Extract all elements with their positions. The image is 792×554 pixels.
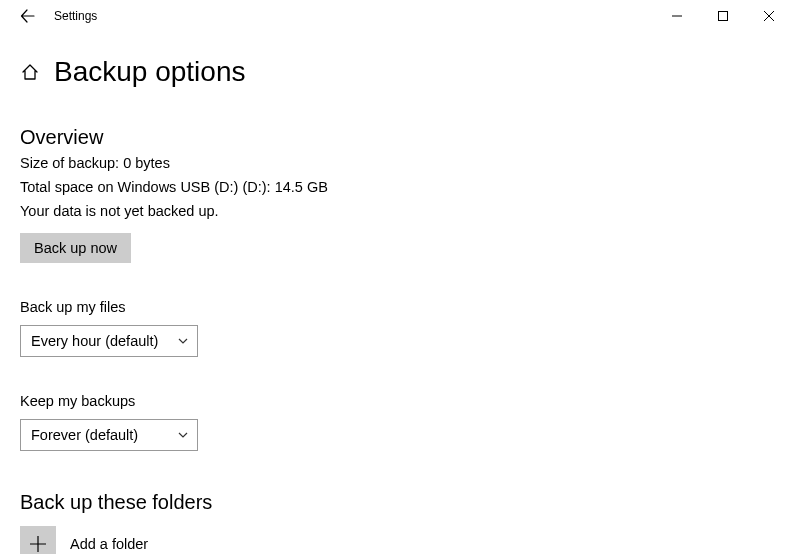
minimize-button[interactable] [654,0,700,32]
plus-icon-box [20,526,56,554]
back-button[interactable] [8,0,48,32]
backup-folders-section: Back up these folders Add a folder [20,491,768,554]
chevron-down-icon [177,429,189,441]
app-title: Settings [54,9,97,23]
total-space-text: Total space on Windows USB (D:) (D:): 14… [20,179,768,195]
backup-retention-select[interactable]: Forever (default) [20,419,198,451]
plus-icon [29,535,47,553]
overview-heading: Overview [20,126,768,149]
home-icon [21,63,39,81]
folders-heading: Back up these folders [20,491,768,514]
close-button[interactable] [746,0,792,32]
backup-frequency-value: Every hour (default) [31,333,158,349]
chevron-down-icon [177,335,189,347]
backup-status-text: Your data is not yet backed up. [20,203,768,219]
backup-retention-group: Keep my backups Forever (default) [20,393,768,451]
minimize-icon [672,11,682,21]
svg-rect-0 [719,12,728,21]
close-icon [764,11,774,21]
home-button[interactable] [20,62,40,82]
titlebar: Settings [0,0,792,32]
backup-frequency-select[interactable]: Every hour (default) [20,325,198,357]
add-folder-button[interactable]: Add a folder [20,526,768,554]
page-header: Backup options [20,56,768,88]
backup-now-button[interactable]: Back up now [20,233,131,263]
backup-retention-value: Forever (default) [31,427,138,443]
backup-frequency-group: Back up my files Every hour (default) [20,299,768,357]
page-title: Backup options [54,56,245,88]
content-area: Backup options Overview Size of backup: … [0,32,792,554]
add-folder-label: Add a folder [70,536,148,552]
back-arrow-icon [20,8,36,24]
backup-size-text: Size of backup: 0 bytes [20,155,768,171]
backup-frequency-label: Back up my files [20,299,768,315]
maximize-icon [718,11,728,21]
window-controls [654,0,792,32]
backup-retention-label: Keep my backups [20,393,768,409]
maximize-button[interactable] [700,0,746,32]
